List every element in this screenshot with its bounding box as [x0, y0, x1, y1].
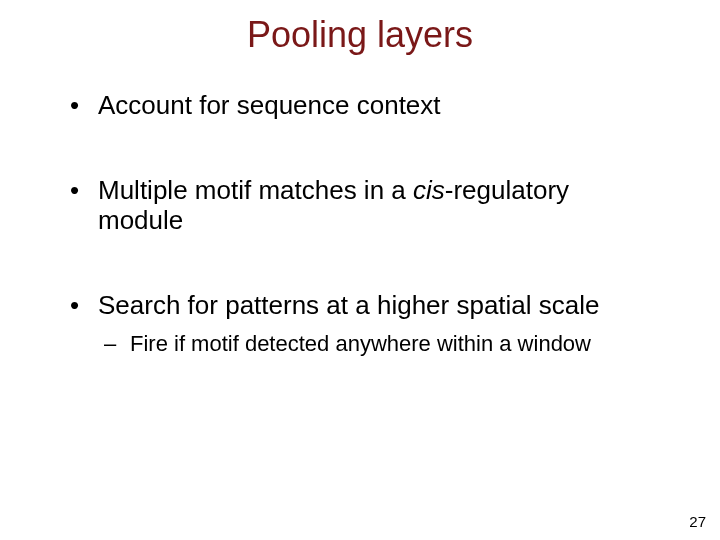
sub-bullet-item: Fire if motif detected anywhere within a… — [70, 331, 660, 357]
bullet-text-italic: cis — [413, 175, 445, 205]
slide-title: Pooling layers — [0, 14, 720, 56]
bullet-text-part: Multiple motif matches in a — [98, 175, 413, 205]
bullet-item: Multiple motif matches in a cis-regulato… — [70, 175, 660, 236]
bullet-item: Account for sequence context — [70, 90, 660, 121]
bullet-item: Search for patterns at a higher spatial … — [70, 290, 660, 321]
slide: Pooling layers Account for sequence cont… — [0, 0, 720, 540]
bullet-text: Account for sequence context — [98, 90, 441, 120]
sub-bullet-text: Fire if motif detected anywhere within a… — [130, 331, 591, 356]
page-number: 27 — [689, 513, 706, 530]
slide-body: Account for sequence context Multiple mo… — [70, 90, 660, 357]
bullet-text: Search for patterns at a higher spatial … — [98, 290, 600, 320]
